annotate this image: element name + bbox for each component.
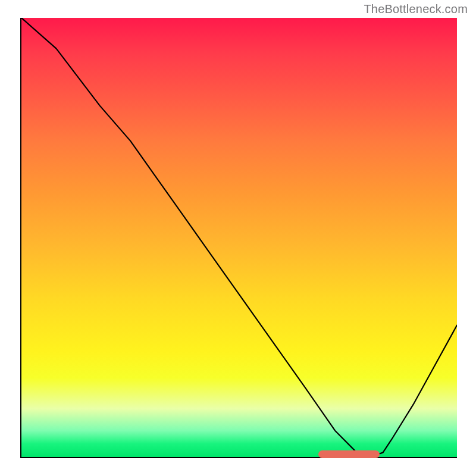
chart-svg [21,18,457,457]
optimal-range-marker [318,450,380,458]
watermark-text: TheBottleneck.com [364,2,468,16]
chart-plot-area [20,18,457,458]
bottleneck-curve-path [21,18,457,457]
